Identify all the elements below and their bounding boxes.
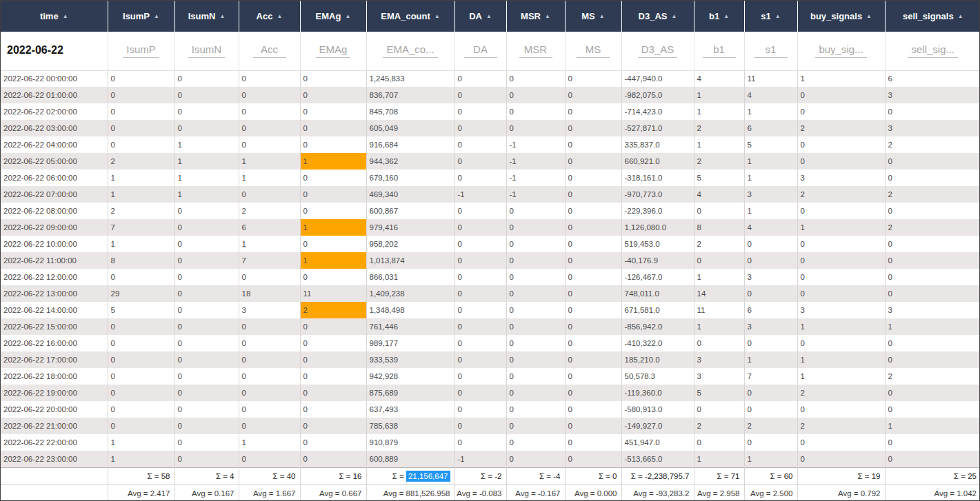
data-cell[interactable]: 0 (454, 285, 506, 302)
data-cell[interactable]: -970,773.0 (621, 186, 694, 203)
data-cell[interactable]: 0 (565, 269, 621, 285)
sum-cell[interactable]: Σ = 71 (694, 467, 744, 484)
sort-ascending-icon[interactable]: ▲ (672, 13, 677, 19)
data-cell[interactable]: 0 (454, 103, 506, 120)
data-cell[interactable]: 0 (454, 302, 506, 318)
sort-ascending-icon[interactable]: ▲ (345, 13, 350, 19)
avg-cell[interactable]: Avg = 0.167 (174, 484, 239, 501)
data-cell[interactable]: 1 (300, 219, 366, 236)
data-cell[interactable]: 0 (108, 418, 174, 434)
data-cell[interactable]: 0 (797, 236, 885, 252)
data-cell[interactable]: 1 (744, 153, 797, 170)
filter-input-sell-signals[interactable]: sell_sig... (908, 43, 958, 58)
data-cell[interactable]: 0 (454, 170, 506, 186)
data-cell[interactable]: 0 (300, 351, 366, 368)
data-cell[interactable]: 0 (454, 401, 506, 418)
data-cell[interactable]: 0 (174, 335, 239, 351)
data-cell[interactable]: 1 (108, 451, 174, 467)
data-cell[interactable]: 0 (300, 418, 366, 434)
data-cell[interactable]: 0 (454, 368, 506, 385)
sort-ascending-icon[interactable]: ▲ (277, 13, 282, 19)
data-cell[interactable]: -527,871.0 (621, 120, 694, 136)
data-cell[interactable]: -714,423.0 (621, 103, 694, 120)
data-cell[interactable]: 0 (565, 103, 621, 120)
data-cell[interactable]: -149,927.0 (621, 418, 694, 434)
time-cell[interactable]: 2022-06-22 06:00:00 (1, 170, 108, 186)
sort-ascending-icon[interactable]: ▲ (775, 13, 781, 19)
avg-cell[interactable]: Avg = 0.667 (300, 484, 366, 501)
data-cell[interactable]: 0 (454, 120, 506, 136)
data-cell[interactable]: 1 (239, 153, 300, 170)
data-cell[interactable]: 748,011.0 (621, 285, 694, 302)
data-cell[interactable]: 0 (506, 368, 565, 385)
data-cell[interactable]: 0 (744, 385, 797, 401)
data-cell[interactable]: 0 (108, 103, 174, 120)
data-cell[interactable]: 1 (239, 170, 300, 186)
sort-ascending-icon[interactable]: ▲ (154, 13, 159, 19)
data-cell[interactable]: 1 (174, 170, 239, 186)
data-cell[interactable]: -1 (454, 451, 506, 467)
time-cell[interactable]: 2022-06-22 21:00:00 (1, 418, 108, 434)
column-header-emag[interactable]: EMAg▲ (300, 1, 366, 32)
sum-cell[interactable]: Σ = 19 (797, 467, 885, 484)
data-cell[interactable]: 0 (174, 269, 239, 285)
data-cell[interactable]: 0 (174, 236, 239, 252)
data-cell[interactable]: 761,446 (366, 318, 454, 335)
data-cell[interactable]: 0 (108, 269, 174, 285)
column-header-time[interactable]: time▲ (1, 1, 108, 32)
data-cell[interactable]: 0 (885, 451, 980, 467)
data-cell[interactable]: 0 (454, 87, 506, 103)
data-cell[interactable]: 0 (300, 385, 366, 401)
data-cell[interactable]: 0 (108, 401, 174, 418)
data-cell[interactable]: 0 (694, 401, 744, 418)
data-cell[interactable]: 1 (239, 434, 300, 451)
data-cell[interactable]: 0 (239, 368, 300, 385)
column-header-isump[interactable]: IsumP▲ (108, 1, 174, 32)
data-cell[interactable]: 0 (300, 87, 366, 103)
data-cell[interactable]: 0 (108, 368, 174, 385)
filter-input-d3-as[interactable]: D3_AS (638, 43, 678, 58)
data-cell[interactable]: 0 (797, 285, 885, 302)
sort-ascending-icon[interactable]: ▲ (958, 13, 963, 19)
data-cell[interactable]: -119,360.0 (621, 385, 694, 401)
time-cell[interactable]: 2022-06-22 18:00:00 (1, 368, 108, 385)
data-cell[interactable]: 335,837.0 (621, 136, 694, 153)
data-cell[interactable]: 0 (565, 434, 621, 451)
avg-cell[interactable]: Avg = 1.667 (239, 484, 300, 501)
avg-cell[interactable]: Avg = 881,526.958 (366, 484, 454, 501)
data-cell[interactable]: 0 (300, 318, 366, 335)
data-cell[interactable]: 637,493 (366, 401, 454, 418)
data-cell[interactable]: 8 (694, 219, 744, 236)
data-cell[interactable]: 944,362 (366, 153, 454, 170)
data-cell[interactable]: 4 (744, 87, 797, 103)
data-cell[interactable]: 0 (565, 120, 621, 136)
sum-cell[interactable]: Σ = 21,156,647 (366, 467, 454, 484)
filter-input-msr[interactable]: MSR (519, 43, 552, 58)
data-cell[interactable]: 0 (694, 252, 744, 269)
data-cell[interactable]: 0 (300, 236, 366, 252)
data-cell[interactable]: -856,942.0 (621, 318, 694, 335)
sum-cell[interactable]: Σ = 58 (108, 467, 174, 484)
data-cell[interactable]: 660,921.0 (621, 153, 694, 170)
data-cell[interactable]: 2 (797, 418, 885, 434)
data-cell[interactable]: 0 (300, 186, 366, 203)
data-cell[interactable]: 1 (744, 351, 797, 368)
filter-input-da[interactable]: DA (464, 43, 497, 58)
data-cell[interactable]: 3 (744, 269, 797, 285)
data-cell[interactable]: 0 (174, 401, 239, 418)
time-cell[interactable]: 2022-06-22 14:00:00 (1, 302, 108, 318)
data-cell[interactable]: 0 (174, 434, 239, 451)
data-cell[interactable]: 0 (797, 153, 885, 170)
data-cell[interactable]: 1 (885, 318, 980, 335)
data-cell[interactable]: 0 (565, 285, 621, 302)
data-cell[interactable]: 0 (565, 451, 621, 467)
data-cell[interactable]: 2 (694, 236, 744, 252)
data-cell[interactable]: 0 (454, 252, 506, 269)
data-cell[interactable]: 1 (797, 368, 885, 385)
data-cell[interactable]: 0 (239, 269, 300, 285)
data-cell[interactable]: 0 (744, 252, 797, 269)
data-cell[interactable]: 0 (108, 70, 174, 87)
data-cell[interactable]: 0 (174, 451, 239, 467)
data-cell[interactable]: 3 (694, 368, 744, 385)
data-cell[interactable]: 0 (565, 385, 621, 401)
